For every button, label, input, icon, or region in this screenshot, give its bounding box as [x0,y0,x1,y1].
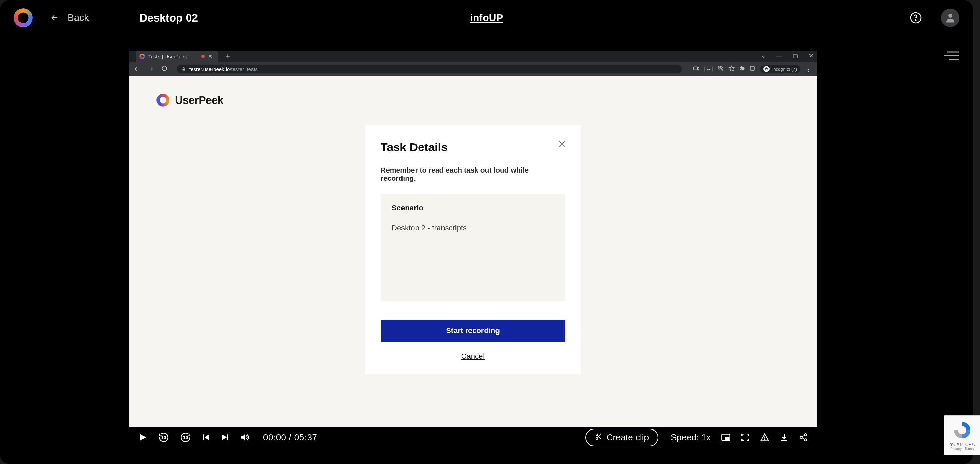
puzzle-icon[interactable] [740,65,745,72]
url-field[interactable]: tester.userpeek.io/tester_tests [177,65,682,73]
svg-marker-17 [205,434,209,440]
incognito-icon [764,66,770,72]
arrow-left-icon [50,13,59,22]
kebab-menu-icon[interactable]: ⋮ [805,65,812,73]
recaptcha-title: reCAPTCHA [950,442,975,447]
scissors-icon [595,432,603,443]
svg-point-29 [804,434,807,436]
forward-10-button[interactable]: 10 [180,432,191,443]
svg-rect-6 [183,69,185,71]
start-recording-button[interactable]: Start recording [381,320,565,342]
help-icon[interactable] [910,12,922,24]
userpeek-logo-icon [156,94,170,106]
key-icon[interactable]: ⊶ [704,66,713,72]
tab-title: Tests | UserPeek [148,54,187,59]
avatar[interactable] [941,8,959,27]
recaptcha-badge[interactable]: reCAPTCHA Privacy - Terms [944,415,980,455]
url-host: tester.userpeek.io [189,66,230,72]
volume-button[interactable] [240,432,250,442]
svg-point-28 [764,439,765,440]
camera-icon[interactable] [693,66,700,72]
duration: 05:37 [294,432,317,442]
svg-rect-16 [203,434,204,440]
recaptcha-logo-icon [952,420,972,440]
rewind-10-button[interactable]: 10 [158,432,170,443]
lock-icon [182,67,186,71]
menu-button[interactable] [945,50,959,62]
center-link[interactable]: infoUP [470,12,503,24]
refresh-icon[interactable] [161,65,167,73]
svg-rect-11 [750,66,754,70]
scenario-box: Scenario Desktop 2 - transcripts [381,194,565,301]
video-frame: Tests | UserPeek ✕ + ⌄ — ▢ ✕ [129,51,817,448]
modal-close-button[interactable] [558,140,566,149]
prev-button[interactable] [202,433,210,442]
back-button[interactable]: Back [50,12,89,23]
player-controls: 10 10 00:00 / 05:37 [129,427,817,448]
scenario-text: Desktop 2 - transcripts [391,224,554,232]
svg-marker-18 [222,434,226,440]
app-frame: Back Desktop 02 infoUP Tests | UserPeek … [0,0,973,464]
topbar: Back Desktop 02 infoUP [0,0,973,35]
speed-button[interactable]: Speed: 1x [671,432,711,443]
svg-point-22 [596,437,598,439]
ring-logo-icon [14,8,33,27]
svg-point-21 [596,434,598,435]
time-separator: / [289,432,291,442]
back-label: Back [68,12,89,23]
svg-point-2 [948,14,952,18]
modal-subtitle: Remember to read each task out loud whil… [381,166,565,183]
browser-chrome: Tests | UserPeek ✕ + ⌄ — ▢ ✕ [129,51,817,76]
minimize-icon[interactable]: — [776,53,782,59]
svg-line-33 [802,438,805,439]
incognito-badge[interactable]: Incognito (7) [760,65,800,73]
rewind-amount: 10 [161,435,166,440]
svg-point-31 [804,439,807,441]
scenario-label: Scenario [391,203,554,213]
record-indicator-icon [201,55,205,58]
brand-header: UserPeek [156,94,223,106]
play-button[interactable] [138,432,148,442]
tab-dropdown-icon[interactable]: ⌄ [761,52,765,59]
forward-amount: 10 [183,435,188,440]
tab-strip: Tests | UserPeek ✕ + ⌄ — ▢ ✕ [129,51,817,62]
url-path: /tester_tests [230,66,258,72]
incognito-label: Incognito (7) [772,67,797,72]
modal-title: Task Details [381,140,565,154]
panel-icon[interactable] [750,65,755,72]
pip-button[interactable] [721,432,730,442]
eye-off-icon[interactable] [718,65,724,73]
svg-line-32 [802,435,805,437]
create-clip-label: Create clip [606,432,649,443]
page-title: Desktop 02 [139,12,198,24]
svg-marker-20 [241,434,245,441]
page-content: UserPeek Task Details Remember to read e… [129,76,817,448]
tab-close-icon[interactable]: ✕ [208,53,213,59]
svg-rect-19 [227,434,228,440]
cancel-link[interactable]: Cancel [381,352,565,361]
fullscreen-button[interactable] [741,433,750,442]
new-tab-button[interactable]: + [226,51,230,62]
window-close-icon[interactable]: ✕ [809,52,813,59]
svg-rect-26 [726,437,729,440]
app-logo[interactable] [14,8,33,27]
star-icon[interactable] [729,65,735,73]
browser-tab[interactable]: Tests | UserPeek ✕ [136,51,218,62]
player-left-controls: 10 10 00:00 / 05:37 [138,432,317,443]
nav-back-icon[interactable] [134,66,140,72]
svg-point-30 [800,436,802,439]
share-button[interactable] [799,433,808,442]
svg-marker-10 [729,66,734,71]
warning-button[interactable] [760,432,770,442]
task-details-modal: Task Details Remember to read each task … [365,126,581,375]
next-button[interactable] [221,433,230,442]
create-clip-button[interactable]: Create clip [585,429,659,446]
download-button[interactable] [780,433,789,442]
player-right-controls: Create clip Speed: 1x [585,429,808,446]
recaptcha-sub: Privacy - Terms [950,447,974,451]
maximize-icon[interactable]: ▢ [793,52,798,59]
svg-marker-15 [140,434,146,441]
nav-forward-icon[interactable] [148,66,154,72]
brand-name: UserPeek [175,94,223,106]
time-display: 00:00 / 05:37 [263,432,317,443]
